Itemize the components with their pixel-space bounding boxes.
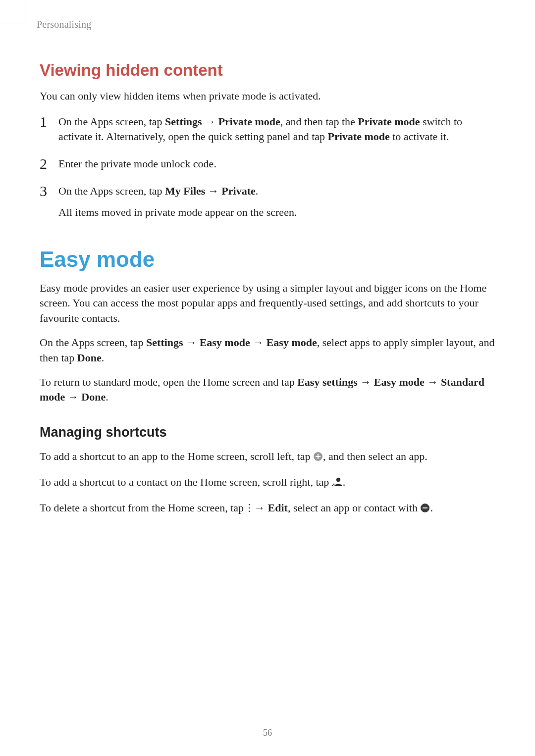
more-options-icon — [247, 502, 252, 517]
step-3-text-line1: On the Apps screen, tap My Files → Priva… — [58, 184, 495, 199]
document-page: Personalising Viewing hidden content You… — [0, 0, 535, 756]
header-corner-mark — [25, 0, 31, 25]
section-label: Personalising — [37, 19, 495, 30]
heading-managing-shortcuts: Managing shortcuts — [40, 425, 495, 440]
step-body: On the Apps screen, tap Settings → Priva… — [58, 114, 495, 145]
step-3-text-line2: All items moved in private mode appear o… — [58, 205, 495, 220]
svg-rect-8 — [249, 510, 250, 511]
shortcuts-paragraph-3: To delete a shortcut from the Home scree… — [40, 501, 495, 517]
svg-point-4 — [333, 484, 335, 485]
step-number: 1 — [40, 114, 58, 145]
easy-mode-paragraph-2: On the Apps screen, tap Settings → Easy … — [40, 335, 495, 366]
step-1-text: On the Apps screen, tap Settings → Priva… — [58, 114, 495, 145]
easy-mode-paragraph-3: To return to standard mode, open the Hom… — [40, 375, 495, 405]
step-number: 2 — [40, 156, 58, 172]
step-body: Enter the private mode unlock code. — [58, 156, 495, 172]
heading-easy-mode: Easy mode — [40, 247, 495, 272]
svg-rect-2 — [316, 456, 321, 457]
step-body: On the Apps screen, tap My Files → Priva… — [58, 184, 495, 220]
svg-point-3 — [336, 478, 340, 482]
page-number: 56 — [0, 728, 535, 738]
add-contact-icon — [332, 476, 343, 492]
step-3: 3 On the Apps screen, tap My Files → Pri… — [40, 184, 495, 220]
minus-circle-icon — [420, 502, 430, 517]
steps-list: 1 On the Apps screen, tap Settings → Pri… — [40, 114, 495, 220]
shortcuts-paragraph-2: To add a shortcut to a contact on the Ho… — [40, 475, 495, 492]
plus-circle-icon — [313, 451, 323, 466]
heading-viewing-hidden-content: Viewing hidden content — [40, 61, 495, 80]
svg-rect-10 — [423, 507, 428, 508]
shortcuts-paragraph-1: To add a shortcut to an app to the Home … — [40, 449, 495, 466]
svg-rect-7 — [249, 507, 250, 508]
step-number: 3 — [40, 184, 58, 220]
step-2-text: Enter the private mode unlock code. — [58, 156, 495, 172]
svg-rect-6 — [249, 504, 250, 505]
easy-mode-paragraph-1: Easy mode provides an easier user experi… — [40, 281, 495, 326]
step-1: 1 On the Apps screen, tap Settings → Pri… — [40, 114, 495, 145]
step-2: 2 Enter the private mode unlock code. — [40, 156, 495, 172]
intro-text: You can only view hidden items when priv… — [40, 89, 495, 103]
svg-point-5 — [332, 485, 333, 486]
